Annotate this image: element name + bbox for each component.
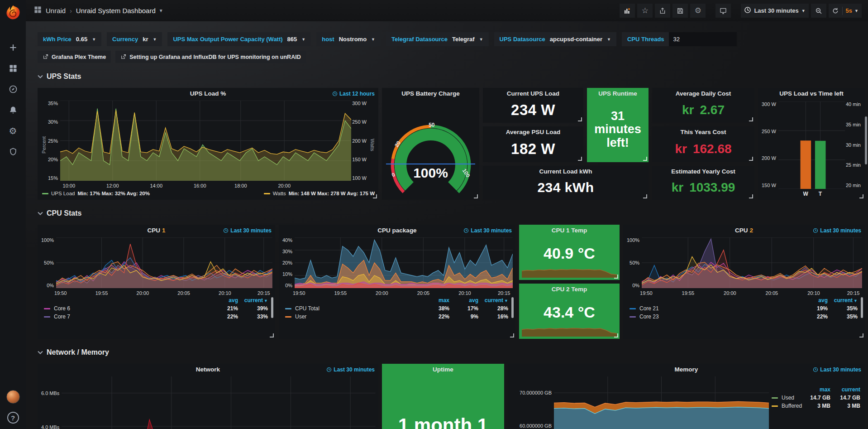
load-vs-time-chart[interactable]: W T [778,101,845,189]
panel-time-override[interactable]: Last 30 minutes [223,227,272,234]
left-sidebar: ⚙ ? [0,0,26,429]
panel-title[interactable]: Average Daily Cost [652,88,754,100]
link-grafana-plex-theme[interactable]: Grafana Plex Theme [38,51,111,63]
navbar-actions: ☆ ⚙ Last 30 minutes ▼ [620,4,862,18]
external-link-icon [43,54,48,60]
dashboard-settings-button[interactable]: ⚙ [690,4,706,18]
cpu-stats-row: CPU 1 Last 30 minutes 100%50%0% 19:50 19… [38,225,865,339]
chevron-down-icon: ▼ [801,9,806,13]
panel-title[interactable]: Estimated Yearly Cost [652,166,754,178]
dashboard-grid-icon[interactable] [34,6,42,15]
panel-time-override[interactable]: Last 30 minutes [813,366,861,373]
panel-estimated-yearly-cost: Estimated Yearly Cost kr1033.99 [652,166,754,200]
series-color-swatch [285,308,291,309]
legend-scrollbar[interactable] [511,297,514,318]
add-panel-button[interactable] [620,4,635,18]
gauge-value: 100% [382,165,479,181]
clock-icon [813,367,818,372]
cpu1-chart[interactable]: 19:50 19:55 20:00 20:05 20:10 20:15 [56,237,272,288]
breadcrumb-separator: › [70,7,72,14]
zoom-out-time-button[interactable] [811,4,826,18]
chevron-down-icon [38,75,43,78]
variable-host[interactable]: host Nostromo ▼ [316,32,381,46]
variable-telegraf-datasource[interactable]: Telegraf Datasource Telegraf ▼ [386,32,489,46]
memory-chart[interactable] [554,376,769,429]
panel-time-override[interactable]: Last 30 minutes [813,227,861,234]
variable-ups-datasource[interactable]: UPS Datasource apcupsd-container ▼ [494,32,616,46]
cost-stat-column: Average Daily Cost kr2.67 This Years Cos… [652,88,754,200]
sidebar-bottom: ? [0,390,26,424]
server-admin-shield-icon[interactable] [8,147,18,157]
panel-time-override[interactable]: Last 12 hours [332,91,375,97]
series-color-swatch [772,405,778,407]
explore-icon[interactable] [8,84,18,94]
panel-title[interactable]: CPU 1 Temp [519,225,620,236]
stat-value: 43.4 °C [544,304,595,321]
chevron-down-icon: ▼ [159,8,163,13]
legend-sort-avg[interactable]: avg [449,297,478,304]
dashboard-title[interactable]: Unraid System Dashboard▼ [76,7,163,14]
page-scrollbar[interactable] [865,116,867,164]
configuration-gear-icon[interactable]: ⚙ [8,126,18,136]
variable-currency[interactable]: Currency kr ▼ [107,32,162,46]
cpu-package-chart[interactable]: 19:50 19:55 20:00 20:05 20:10 20:15 [295,237,513,288]
chevron-down-icon [38,351,43,354]
panel-title[interactable]: UPS Load % [38,88,378,100]
dashboards-icon[interactable] [8,63,18,73]
cycle-view-mode-button[interactable] [715,4,731,18]
section-ups-stats[interactable]: UPS Stats [38,71,865,82]
time-range-picker[interactable]: Last 30 minutes ▼ [741,4,808,18]
legend-scrollbar[interactable] [861,297,863,318]
legend-sort-avg[interactable]: avg [800,297,828,304]
user-avatar[interactable] [6,390,20,404]
panel-title[interactable]: UPS Load vs Time left [758,88,865,100]
refresh-interval-picker[interactable]: 5s▼ [846,7,858,14]
create-icon[interactable] [8,43,18,53]
star-dashboard-button[interactable]: ☆ [637,4,653,18]
ups-stat-cluster: Current UPS Load 234 W UPS Runtime 31 mi… [483,88,649,200]
legend-sort-current[interactable]: current [830,386,860,393]
share-dashboard-button[interactable] [655,4,670,18]
panel-memory: Memory Last 30 minutes 70.000000 GB60.00… [508,364,865,429]
panel-title[interactable]: Current UPS Load [483,88,583,100]
legend-sort-max[interactable]: max [420,297,449,304]
panel-ups-load-pct: UPS Load % Last 12 hours Percent 35%30%2… [38,88,378,200]
series-color-swatch [44,316,50,318]
breadcrumb-folder[interactable]: Unraid [46,7,66,14]
panel-title[interactable]: Average PSU Load [483,126,583,138]
save-dashboard-button[interactable] [672,4,688,18]
panel-title[interactable]: Uptime [382,364,504,376]
panel-title[interactable]: Current Load kWh [483,166,649,178]
help-icon[interactable]: ? [7,412,19,424]
panel-title[interactable]: CPU 2 Temp [519,284,620,295]
legend-sort-current[interactable]: current▼ [478,297,508,304]
panel-time-override[interactable]: Last 30 minutes [326,366,375,373]
panel-cpu2: CPU 2 Last 30 minutes 100%50%0% 19:50 19… [623,225,865,339]
cpu2-chart[interactable]: 19:50 19:55 20:00 20:05 20:10 20:15 [642,237,862,288]
refresh-button[interactable]: 5s▼ [829,4,862,18]
section-cpu-stats[interactable]: CPU Stats [38,208,865,219]
cpu-threads-input[interactable]: 32 [669,32,737,46]
template-variables-row: kWh Price 0.65 ▼ Currency kr ▼ UPS Max O… [38,32,864,46]
panel-time-override[interactable]: Last 30 minutes [463,227,512,234]
panel-cpu1: CPU 1 Last 30 minutes 100%50%0% 19:50 19… [38,225,275,339]
legend: avg current▼ Core 21 19% 35% Core 23 22%… [623,296,865,320]
legend-sort-current[interactable]: current▼ [828,297,858,304]
legend-scrollbar[interactable] [271,297,273,318]
panel-title[interactable]: Memory [508,364,865,376]
alerting-bell-icon[interactable] [8,105,18,115]
panel-title[interactable]: UPS Battery Charge [382,88,479,100]
section-network-memory[interactable]: Network / Memory [38,347,865,358]
panel-ups-runtime: UPS Runtime 31 minutes left! [587,88,649,162]
grafana-logo[interactable] [5,5,21,21]
legend-sort-avg[interactable]: avg [210,297,238,304]
legend-sort-current[interactable]: current▼ [238,297,268,304]
panel-title[interactable]: This Years Cost [652,126,754,138]
variable-ups-max-output[interactable]: UPS Max Output Power Capacity (Watt) 865… [167,32,311,46]
link-ups-monitoring-guide[interactable]: Setting up Grafana and InfluxDB for UPS … [115,51,305,63]
panel-title[interactable]: UPS Runtime [587,88,649,100]
network-chart[interactable] [62,376,376,429]
legend-sort-max[interactable]: max [802,386,830,393]
ups-load-chart[interactable]: 10:00 12:00 14:00 16:00 18:00 20:00 [60,101,351,181]
variable-kwh-price[interactable]: kWh Price 0.65 ▼ [38,32,101,46]
